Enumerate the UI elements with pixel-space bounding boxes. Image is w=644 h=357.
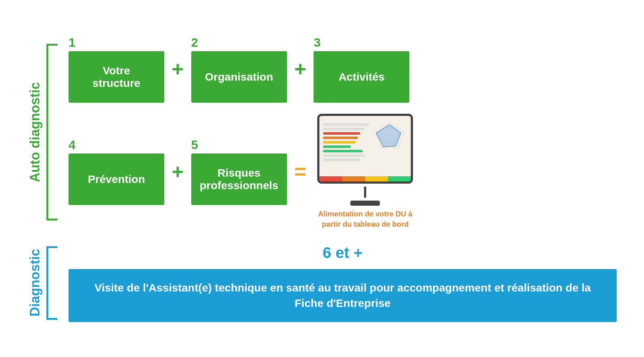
box-1-wrapper: 1 Votrestructure [69, 35, 164, 103]
monitor-stand [364, 187, 366, 198]
monitor-base [350, 201, 380, 206]
auto-diag-bracket [46, 44, 57, 220]
box-3: Activités [314, 51, 409, 103]
box-5: Risquesprofessionnels [191, 153, 287, 205]
plus-1: + [172, 59, 184, 79]
diagnostic-section: Diagnostic 6 et + Visite de l'Assistant(… [27, 244, 617, 322]
diag-description: Visite de l'Assistant(e) technique en sa… [69, 269, 617, 322]
plus-3: + [172, 161, 184, 182]
box-2-wrapper: 2 Organisation [191, 35, 287, 103]
diag-content: 6 et + Visite de l'Assistant(e) techniqu… [69, 244, 617, 322]
box-4-label: Prévention [88, 173, 145, 185]
auto-diag-label: Auto diagnostic [27, 82, 43, 182]
box-3-wrapper: 3 Activités [314, 35, 409, 103]
box-3-label: Activités [339, 71, 385, 83]
radar-chart [372, 120, 407, 155]
monitor [317, 114, 413, 184]
box-1-number: 1 [69, 35, 76, 50]
auto-diag-section: Auto diagnostic 1 Votrestructure + 2 Org… [27, 35, 617, 229]
equals-sign: = [294, 161, 307, 182]
row-2: 4 Prévention + 5 Risquesprofessionnels = [69, 114, 617, 229]
box-5-label: Risquesprofessionnels [200, 167, 278, 192]
box-4-number: 4 [69, 138, 76, 152]
box-4: Prévention [69, 153, 164, 205]
box-5-number: 5 [191, 138, 198, 152]
svg-marker-3 [377, 125, 401, 147]
diagnostic-bracket [46, 246, 57, 320]
monitor-caption: Alimentation de votre DU à partir du tab… [314, 209, 417, 229]
box-2-number: 2 [191, 35, 198, 50]
monitor-area: Alimentation de votre DU à partir du tab… [314, 114, 417, 229]
box-3-number: 3 [314, 35, 321, 50]
box-2-label: Organisation [205, 71, 273, 83]
box-4-wrapper: 4 Prévention [69, 138, 164, 205]
diagnostic-label: Diagnostic [27, 249, 43, 317]
main-container: Auto diagnostic 1 Votrestructure + 2 Org… [27, 35, 617, 322]
plus-2: + [294, 59, 307, 79]
box-5-wrapper: 5 Risquesprofessionnels [191, 138, 287, 205]
diag-number: 6 et + [323, 244, 363, 262]
auto-diag-grid: 1 Votrestructure + 2 Organisation + 3 [69, 35, 617, 229]
box-2: Organisation [191, 51, 287, 103]
box-1: Votrestructure [69, 51, 164, 103]
row-1: 1 Votrestructure + 2 Organisation + 3 [69, 35, 617, 103]
box-1-label: Votrestructure [92, 64, 140, 89]
